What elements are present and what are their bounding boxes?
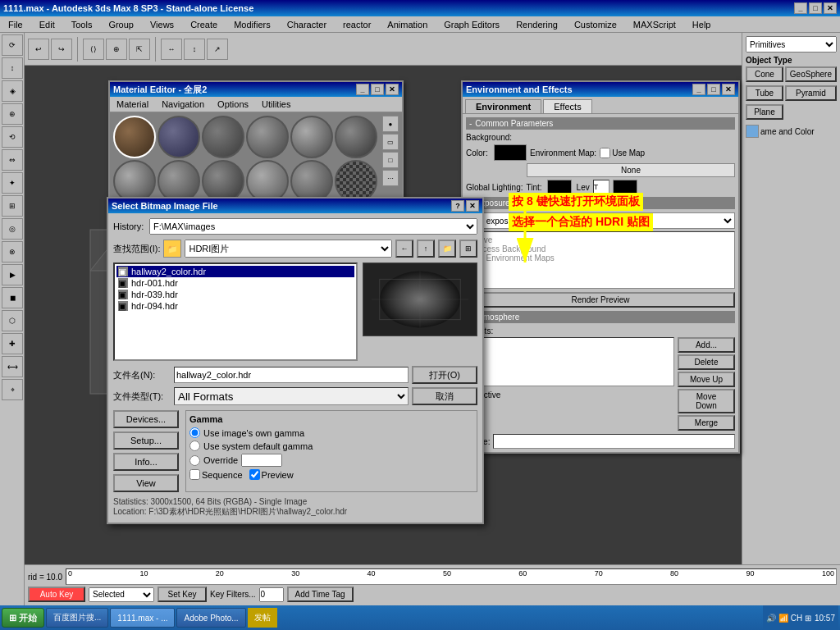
toolbar-btn-5[interactable]: ⟲ bbox=[2, 126, 23, 148]
loc-back-btn[interactable]: ← bbox=[395, 240, 413, 258]
tube-btn[interactable]: Tube bbox=[746, 85, 783, 101]
file-item-1[interactable]: ▣ hdr-001.hdr bbox=[116, 277, 354, 289]
file-list[interactable]: ▣ hallway2_color.hdr ▣ hdr-001.hdr ▣ hdr… bbox=[113, 262, 358, 361]
mat-menu-navigation[interactable]: Navigation bbox=[158, 98, 208, 110]
toolbar-btn-3[interactable]: ◈ bbox=[2, 80, 23, 102]
filetype-dropdown[interactable]: All Formats bbox=[174, 387, 409, 405]
cone-btn[interactable]: Cone bbox=[746, 66, 783, 82]
color-swatch-small[interactable] bbox=[746, 125, 759, 138]
gamma-radio-2[interactable] bbox=[189, 441, 200, 451]
primitives-dropdown[interactable]: Primitives bbox=[746, 36, 837, 52]
top-toolbar-btn-4[interactable]: ⊕ bbox=[106, 39, 127, 60]
filename-input[interactable] bbox=[174, 367, 409, 383]
effects-list[interactable] bbox=[466, 337, 674, 386]
mat-btn-sphere[interactable]: ● bbox=[382, 116, 399, 132]
mat-sphere-3[interactable] bbox=[202, 116, 244, 158]
move-up-btn[interactable]: Move Up bbox=[678, 372, 735, 387]
start-button[interactable]: ⊞ 开始 bbox=[2, 608, 44, 628]
plane-btn[interactable]: Plane bbox=[746, 104, 783, 120]
background-color-swatch[interactable] bbox=[494, 144, 527, 161]
mat-btn-box[interactable]: □ bbox=[382, 152, 399, 168]
bitmap-close-btn[interactable]: ✕ bbox=[466, 200, 479, 212]
mat-sphere-6[interactable] bbox=[335, 116, 377, 158]
loc-new-btn[interactable]: 📁 bbox=[438, 240, 456, 258]
history-dropdown[interactable]: F:\MAX\images bbox=[149, 218, 477, 235]
tab-environment[interactable]: Environment bbox=[465, 99, 541, 113]
frame-input[interactable] bbox=[259, 587, 284, 602]
add-btn[interactable]: Add... bbox=[678, 337, 735, 353]
mat-btn-cylinder[interactable]: ▭ bbox=[382, 134, 399, 150]
devices-btn[interactable]: Devices... bbox=[113, 410, 179, 428]
tab-effects[interactable]: Effects bbox=[543, 99, 591, 113]
add-time-tag-btn[interactable]: Add Time Tag bbox=[287, 587, 354, 602]
menu-edit[interactable]: Edit bbox=[34, 18, 60, 31]
menu-animation[interactable]: Animation bbox=[382, 18, 432, 31]
exposure-dropdown[interactable]: <no exposure control> bbox=[466, 212, 735, 229]
location-dropdown[interactable]: HDRI图片 bbox=[185, 240, 392, 258]
mat-sphere-1[interactable] bbox=[113, 116, 156, 158]
cancel-btn[interactable]: 取消 bbox=[412, 387, 477, 405]
toolbar-btn-1[interactable]: ⟳ bbox=[2, 34, 23, 56]
menu-graph-editors[interactable]: Graph Editors bbox=[439, 18, 504, 31]
pyramid-btn[interactable]: Pyramid bbox=[785, 85, 837, 101]
tint-swatch[interactable] bbox=[547, 180, 572, 194]
mat-menu-options[interactable]: Options bbox=[214, 98, 252, 110]
mat-maximize-btn[interactable]: □ bbox=[371, 84, 384, 95]
env-close-btn[interactable]: ✕ bbox=[722, 84, 735, 95]
menu-file[interactable]: File bbox=[3, 18, 28, 31]
merge-btn[interactable]: Merge bbox=[678, 415, 735, 431]
none-map-btn[interactable]: None bbox=[527, 163, 735, 177]
top-toolbar-btn-8[interactable]: ↗ bbox=[207, 39, 228, 60]
close-btn[interactable]: ✕ bbox=[824, 2, 837, 14]
name-input[interactable] bbox=[493, 434, 735, 449]
geosphere-btn[interactable]: GeoSphere bbox=[785, 66, 837, 82]
gamma-radio-1[interactable] bbox=[189, 427, 200, 438]
auto-key-btn[interactable]: Auto Key bbox=[28, 587, 85, 602]
level-input[interactable] bbox=[593, 180, 609, 194]
mat-minimize-btn[interactable]: _ bbox=[356, 84, 369, 95]
toolbar-btn-8[interactable]: ⊞ bbox=[2, 195, 23, 217]
preview-checkbox[interactable] bbox=[249, 469, 260, 480]
top-toolbar-btn-2[interactable]: ↪ bbox=[51, 39, 72, 60]
menu-maxscript[interactable]: MAXScript bbox=[628, 18, 681, 31]
menu-modifiers[interactable]: Modifiers bbox=[229, 18, 276, 31]
info-btn[interactable]: Info... bbox=[113, 453, 179, 471]
toolbar-btn-7[interactable]: ✦ bbox=[2, 172, 23, 194]
open-btn[interactable]: 打开(O) bbox=[412, 366, 477, 384]
toolbar-btn-12[interactable]: ◼ bbox=[2, 287, 23, 308]
toolbar-btn-9[interactable]: ◎ bbox=[2, 218, 23, 240]
mat-menu-utilities[interactable]: Utilities bbox=[258, 98, 294, 110]
view-btn[interactable]: View bbox=[113, 474, 179, 492]
loc-view-btn[interactable]: ⊞ bbox=[459, 240, 477, 258]
bitmap-help-btn[interactable]: ? bbox=[451, 200, 464, 212]
mat-sphere-5[interactable] bbox=[290, 116, 333, 158]
file-item-2[interactable]: ▣ hdr-039.hdr bbox=[116, 289, 354, 300]
loc-up-btn[interactable]: ↑ bbox=[417, 240, 435, 258]
toolbar-btn-15[interactable]: ⟷ bbox=[2, 356, 23, 377]
mat-sphere-4[interactable] bbox=[246, 116, 289, 158]
ambient-swatch[interactable] bbox=[613, 180, 637, 194]
minimize-btn[interactable]: _ bbox=[794, 2, 807, 14]
menu-rendering[interactable]: Rendering bbox=[511, 18, 563, 31]
menu-create[interactable]: Create bbox=[185, 18, 222, 31]
toolbar-btn-10[interactable]: ⊗ bbox=[2, 241, 23, 262]
menu-character[interactable]: Character bbox=[282, 18, 331, 31]
top-toolbar-btn-6[interactable]: ↔ bbox=[161, 39, 182, 60]
taskbar-item-photoshop[interactable]: Adobe Photo... bbox=[176, 608, 245, 628]
set-key-btn[interactable]: Set Key bbox=[158, 587, 207, 602]
render-preview-btn[interactable]: Render Preview bbox=[466, 292, 735, 308]
mat-menu-material[interactable]: Material bbox=[113, 98, 152, 110]
toolbar-btn-4[interactable]: ⊕ bbox=[2, 103, 23, 125]
menu-customize[interactable]: Customize bbox=[569, 18, 622, 31]
env-maximize-btn[interactable]: □ bbox=[707, 84, 720, 95]
selected-dropdown[interactable]: Selected bbox=[89, 587, 154, 602]
top-toolbar-btn-5[interactable]: ⇱ bbox=[129, 39, 150, 60]
toolbar-btn-6[interactable]: ⇔ bbox=[2, 149, 23, 171]
override-value[interactable] bbox=[241, 454, 282, 467]
toolbar-btn-14[interactable]: ✚ bbox=[2, 333, 23, 354]
mat-btn-options[interactable]: ⋯ bbox=[382, 170, 399, 186]
taskbar-item-3dsmax[interactable]: 1111.max - ... bbox=[110, 608, 175, 628]
menu-help[interactable]: Help bbox=[687, 18, 716, 31]
maximize-btn[interactable]: □ bbox=[809, 2, 822, 14]
top-toolbar-btn-7[interactable]: ↕ bbox=[184, 39, 205, 60]
